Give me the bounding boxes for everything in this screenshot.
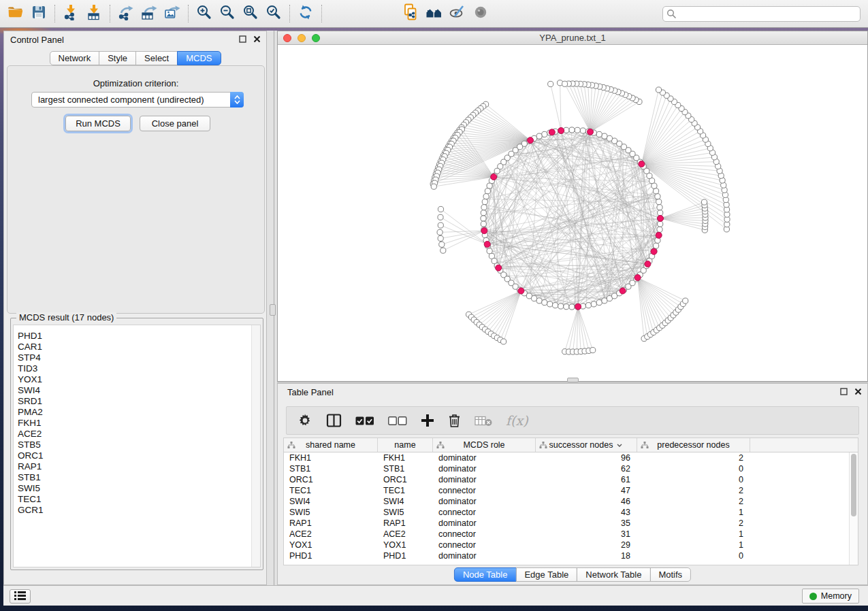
show-all-button[interactable] [469, 3, 492, 24]
add-column-button[interactable] [421, 411, 434, 430]
close-panel-button[interactable]: Close panel [140, 116, 210, 131]
column-header-predecessor-nodes[interactable]: predecessor nodes [637, 438, 750, 452]
table-row-tec1[interactable]: TEC1TEC1connector472 [284, 485, 858, 496]
tab-motifs[interactable]: Motifs [649, 567, 691, 582]
export-table-icon [140, 4, 158, 23]
mcds-result-item[interactable]: ACE2 [14, 429, 260, 440]
float-window-icon[interactable] [239, 35, 246, 43]
cell-name: PHD1 [378, 550, 433, 561]
cell-mcds_role: connector [433, 540, 536, 550]
hide-selected-button[interactable] [446, 3, 469, 24]
show-panels-button[interactable] [10, 589, 31, 604]
cell-successor_nodes: 43 [536, 507, 637, 518]
tab-network[interactable]: Network [49, 51, 99, 65]
zoom-in-button[interactable] [193, 3, 216, 24]
close-panel-icon[interactable] [854, 388, 862, 395]
export-network-button[interactable] [114, 3, 138, 24]
mcds-result-item[interactable]: CAR1 [14, 342, 260, 352]
mcds-result-item[interactable]: TEC1 [14, 494, 260, 505]
optimization-criterion-select[interactable]: largest connected component (undirected) [31, 92, 244, 108]
maximize-window-icon[interactable] [312, 34, 320, 42]
cell-name: STB1 [378, 463, 433, 474]
clone-network-button[interactable] [400, 3, 423, 24]
mcds-result-item[interactable]: STP4 [14, 352, 260, 363]
mcds-result-item[interactable]: STB1 [14, 472, 260, 483]
deselect-all-button[interactable] [388, 411, 407, 430]
optimization-criterion-value: largest connected component (undirected) [38, 95, 204, 105]
neighbors-button[interactable] [423, 3, 446, 24]
table-scrollbar[interactable] [849, 452, 858, 565]
export-table-button[interactable] [138, 3, 161, 24]
mcds-result-item[interactable]: SWI4 [14, 385, 260, 396]
float-window-icon[interactable] [840, 388, 848, 395]
zoom-out-button[interactable] [216, 3, 239, 24]
network-canvas[interactable] [278, 45, 867, 381]
mcds-result-item[interactable]: TID3 [14, 363, 260, 374]
cell-shared_name: ACE2 [284, 529, 378, 540]
save-session-button[interactable] [27, 3, 50, 24]
table-row-yox1[interactable]: YOX1YOX1connector291 [284, 540, 858, 550]
network-view-window: YPA_prune.txt_1 [277, 31, 868, 382]
import-table-button[interactable] [82, 3, 106, 24]
run-mcds-button[interactable]: Run MCDS [65, 116, 131, 131]
mcds-result-item[interactable]: RAP1 [14, 461, 260, 472]
table-panel: Table Panel f(x) shared namenameMCDS rol… [277, 383, 868, 585]
cell-successor_nodes: 47 [536, 485, 637, 496]
zoom-fit-button[interactable] [239, 3, 262, 24]
tab-select[interactable]: Select [135, 51, 178, 65]
tab-edge-table[interactable]: Edge Table [515, 567, 577, 582]
memory-button[interactable]: Memory [802, 589, 859, 604]
memory-status-icon [809, 593, 817, 600]
vertical-splitter-grip[interactable] [270, 304, 276, 316]
mcds-result-item[interactable]: PMA2 [14, 407, 260, 418]
column-header-shared-name[interactable]: shared name [284, 438, 378, 452]
table-scrollbar-thumb[interactable] [851, 454, 856, 516]
table-row-stb1[interactable]: STB1STB1dominator620 [284, 463, 858, 474]
mcds-result-item[interactable]: GCR1 [14, 505, 260, 516]
table-settings-button[interactable] [298, 411, 312, 430]
column-header-name[interactable]: name [378, 438, 433, 452]
minimize-window-icon[interactable] [298, 34, 306, 42]
import-network-button[interactable] [59, 3, 82, 24]
mcds-result-item[interactable]: STB5 [14, 440, 260, 450]
network-window-titlebar: YPA_prune.txt_1 [278, 31, 867, 45]
export-image-button[interactable] [161, 3, 184, 24]
table-row-phd1[interactable]: PHD1PHD1dominator180 [284, 550, 858, 561]
cell-predecessor_nodes: 0 [637, 550, 750, 561]
cell-mcds_role: dominator [433, 474, 536, 485]
delete-table-button-disabled [475, 411, 492, 430]
tab-network-table[interactable]: Network Table [577, 567, 650, 582]
column-header-mcds-role[interactable]: MCDS role [433, 438, 536, 452]
tab-style[interactable]: Style [99, 51, 136, 65]
table-row-swi5[interactable]: SWI5SWI5connector431 [284, 507, 858, 518]
list-scrollbar[interactable] [251, 325, 260, 567]
table-row-orc1[interactable]: ORC1ORC1dominator610 [284, 474, 858, 485]
show-columns-button[interactable] [326, 411, 342, 430]
mcds-result-item[interactable]: ORC1 [14, 450, 260, 461]
close-panel-icon[interactable] [253, 35, 261, 43]
horizontal-splitter-grip[interactable] [567, 378, 579, 382]
tab-mcds[interactable]: MCDS [177, 51, 221, 65]
folder-icon [7, 4, 25, 23]
table-row-ace2[interactable]: ACE2ACE2connector311 [284, 529, 858, 540]
mcds-result-item[interactable]: SWI5 [14, 483, 260, 494]
mcds-result-item[interactable]: FKH1 [14, 418, 260, 429]
mcds-result-list[interactable]: PHD1CAR1STP4TID3YOX1SWI4SRD1PMA2FKH1ACE2… [13, 325, 261, 567]
refresh-button[interactable] [294, 3, 317, 24]
cell-mcds_role: dominator [433, 550, 536, 561]
close-window-icon[interactable] [283, 34, 291, 42]
select-all-button[interactable] [355, 411, 374, 430]
tab-node-table[interactable]: Node Table [454, 567, 517, 582]
column-header-successor-nodes[interactable]: successor nodes [536, 438, 637, 452]
mcds-result-item[interactable]: YOX1 [14, 374, 260, 385]
table-row-swi4[interactable]: SWI4SWI4dominator462 [284, 496, 858, 507]
table-row-fkh1[interactable]: FKH1FKH1dominator962 [284, 452, 858, 463]
search-input[interactable] [662, 6, 861, 22]
zoom-selected-button[interactable] [262, 3, 285, 24]
open-session-button[interactable] [4, 3, 27, 24]
cell-predecessor_nodes: 2 [637, 485, 750, 496]
mcds-result-item[interactable]: SRD1 [14, 396, 260, 407]
mcds-result-item[interactable]: PHD1 [14, 331, 260, 342]
delete-column-button[interactable] [448, 411, 461, 430]
table-row-rap1[interactable]: RAP1RAP1dominator352 [284, 518, 858, 529]
